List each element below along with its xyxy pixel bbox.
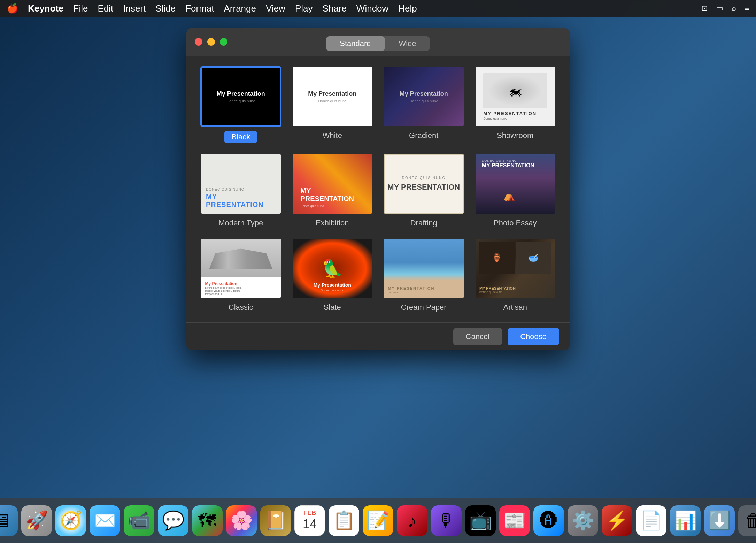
theme-card-showroom[interactable]: MY PRESENTATION Donec quis nunc Showroom (475, 66, 556, 143)
dock-reeder[interactable]: ⚡ (602, 505, 632, 536)
calendar-month: FEB (303, 510, 316, 517)
dock-textedit[interactable]: 📄 (636, 505, 666, 536)
theme-card-slate[interactable]: 🦜 My Presentation Donec quis nunc Slate (292, 238, 373, 312)
theme-label-cream-paper: Cream Paper (401, 303, 447, 312)
theme-preview-exhibition: MY PRESENTATION Donec quis nunc (292, 153, 373, 214)
apple-menu[interactable]: 🍎 (7, 3, 18, 14)
theme-preview-photo-essay: DONEC QUIS NUNC MY PRESENTATION ⛺ (475, 153, 556, 214)
theme-label-classic: Classic (229, 303, 253, 312)
dock-news[interactable]: 📰 (499, 505, 530, 536)
dialog-titlebar: Choose a Theme Standard Wide (186, 28, 570, 56)
theme-preview-black: My Presentation Donec quis nunc (200, 66, 281, 127)
menubar-window[interactable]: Window (356, 3, 388, 14)
theme-label-modern-type: Modern Type (218, 219, 263, 228)
dock-notebook[interactable]: 📔 (260, 505, 291, 536)
theme-card-modern-type[interactable]: DONEC QUIS NUNC MY PRESENTATION Modern T… (200, 153, 281, 227)
theme-preview-white: My Presentation Donec quis nunc (292, 66, 373, 127)
theme-card-classic[interactable]: My Presentation Lorem ipsum dolor sit am… (200, 238, 281, 312)
theme-preview-artisan: 🏺 🥣 MY PRESENTATION DONEC QUIS NUNC (475, 238, 556, 299)
search-icon[interactable]: ⌕ (732, 4, 736, 13)
maximize-button[interactable] (220, 38, 227, 46)
theme-label-white: White (323, 131, 342, 140)
dialog-footer: Cancel Choose (186, 322, 570, 350)
dock-tv[interactable]: 📺 (465, 505, 496, 536)
menubar-slide[interactable]: Slide (155, 3, 176, 14)
choose-theme-dialog: Choose a Theme Standard Wide My Presenta… (186, 28, 570, 350)
menubar: 🍎 Keynote File Edit Insert Slide Format … (0, 0, 756, 17)
theme-card-black[interactable]: My Presentation Donec quis nunc Black (200, 66, 281, 143)
theme-card-exhibition[interactable]: MY PRESENTATION Donec quis nunc Exhibiti… (292, 153, 373, 227)
dock: 🖥 🚀 🧭 ✉️ 📹 💬 🗺 🌸 📔 FEB 14 📋 📝 ♪ 🎙 📺 📰 🅐 … (0, 498, 756, 543)
theme-preview-slate: 🦜 My Presentation Donec quis nunc (292, 238, 373, 299)
theme-label-artisan: Artisan (503, 303, 527, 312)
theme-preview-classic: My Presentation Lorem ipsum dolor sit am… (200, 238, 281, 299)
dock-finder[interactable]: 🖥 (0, 505, 18, 536)
menubar-play[interactable]: Play (295, 3, 313, 14)
theme-card-drafting[interactable]: DONEC QUIS NUNC MY PRESENTATION Drafting (383, 153, 464, 227)
dock-safari[interactable]: 🧭 (55, 505, 86, 536)
theme-label-slate: Slate (324, 303, 341, 312)
theme-label-drafting: Drafting (410, 219, 437, 228)
theme-card-gradient[interactable]: My Presentation Donec quis nunc Gradient (383, 66, 464, 143)
dock-app-downloader[interactable]: ⬇️ (704, 505, 735, 536)
theme-label-gradient: Gradient (409, 131, 438, 140)
close-button[interactable] (195, 38, 202, 46)
window-controls (195, 38, 227, 46)
segmented-control: Standard Wide (326, 36, 430, 51)
dock-reminders[interactable]: 📋 (329, 505, 359, 536)
cancel-button[interactable]: Cancel (453, 328, 502, 345)
menubar-arrange[interactable]: Arrange (224, 3, 256, 14)
menubar-view[interactable]: View (266, 3, 285, 14)
minimize-button[interactable] (207, 38, 215, 46)
dock-photos[interactable]: 🌸 (226, 505, 257, 536)
dock-music[interactable]: ♪ (397, 505, 427, 536)
theme-grid: My Presentation Donec quis nunc Black My… (186, 56, 570, 322)
standard-button[interactable]: Standard (326, 36, 385, 51)
dock-messages[interactable]: 💬 (158, 505, 188, 536)
menubar-insert[interactable]: Insert (123, 3, 146, 14)
dock-maps[interactable]: 🗺 (192, 505, 223, 536)
theme-card-photo-essay[interactable]: DONEC QUIS NUNC MY PRESENTATION ⛺ Photo … (475, 153, 556, 227)
menubar-file[interactable]: File (74, 3, 88, 14)
theme-card-white[interactable]: My Presentation Donec quis nunc White (292, 66, 373, 143)
theme-preview-drafting: DONEC QUIS NUNC MY PRESENTATION (383, 153, 464, 214)
dock-appstore[interactable]: 🅐 (533, 505, 564, 536)
theme-preview-showroom: MY PRESENTATION Donec quis nunc (475, 66, 556, 127)
menubar-help[interactable]: Help (398, 3, 417, 14)
theme-preview-cream-paper: MY PRESENTATION quis nunc (383, 238, 464, 299)
calendar-day: 14 (303, 517, 317, 531)
dock-launchpad[interactable]: 🚀 (21, 505, 52, 536)
menubar-keynote[interactable]: Keynote (28, 3, 64, 14)
menubar-edit[interactable]: Edit (98, 3, 113, 14)
dock-trash[interactable]: 🗑 (738, 505, 756, 536)
choose-button[interactable]: Choose (508, 328, 559, 345)
menubar-share[interactable]: Share (322, 3, 346, 14)
menubar-format[interactable]: Format (185, 3, 214, 14)
dock-system-preferences[interactable]: ⚙️ (568, 505, 598, 536)
wide-button[interactable]: Wide (385, 36, 430, 51)
dock-stickies[interactable]: 📝 (363, 505, 393, 536)
theme-label-photo-essay: Photo Essay (494, 219, 537, 228)
dock-facetime[interactable]: 📹 (124, 505, 154, 536)
theme-preview-modern-type: DONEC QUIS NUNC MY PRESENTATION (200, 153, 281, 214)
dock-keynote[interactable]: 📊 (670, 505, 701, 536)
dock-podcasts[interactable]: 🎙 (431, 505, 462, 536)
menubar-right-icons: ⊡ ▭ ⌕ ≡ (701, 4, 749, 13)
dock-mail[interactable]: ✉️ (90, 505, 120, 536)
theme-label-exhibition: Exhibition (316, 219, 349, 228)
theme-label-showroom: Showroom (497, 131, 533, 140)
theme-card-artisan[interactable]: 🏺 🥣 MY PRESENTATION DONEC QUIS NUNC Arti… (475, 238, 556, 312)
cast-icon[interactable]: ⊡ (701, 4, 708, 13)
control-center-icon[interactable]: ≡ (745, 4, 749, 13)
theme-label-black: Black (224, 131, 257, 143)
theme-card-cream-paper[interactable]: MY PRESENTATION quis nunc Cream Paper (383, 238, 464, 312)
airplay-icon[interactable]: ▭ (716, 4, 723, 13)
dock-calendar[interactable]: FEB 14 (294, 505, 325, 536)
theme-preview-gradient: My Presentation Donec quis nunc (383, 66, 464, 127)
